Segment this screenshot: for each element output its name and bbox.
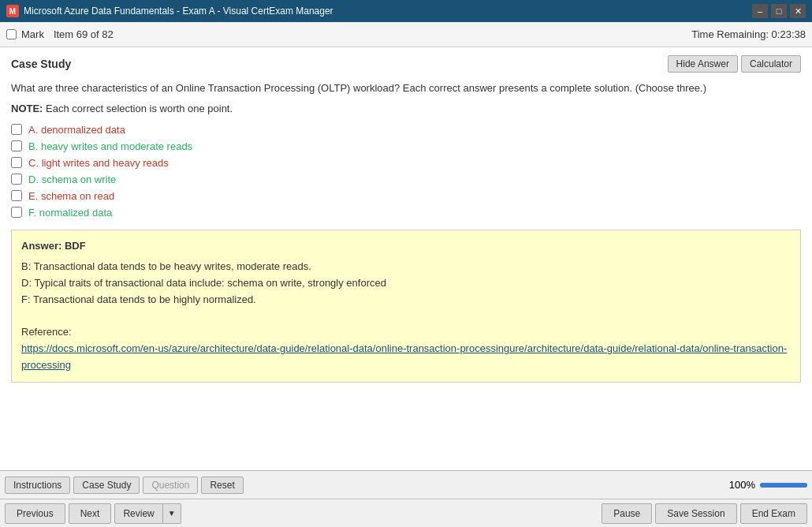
review-button[interactable]: Review bbox=[114, 503, 162, 524]
option-c-letter: C. bbox=[28, 157, 42, 169]
review-dropdown-button[interactable]: ▼ bbox=[163, 503, 181, 524]
reference-url: https://docs.microsoft.com/en-us/azure/a… bbox=[21, 342, 787, 371]
option-d-checkbox[interactable] bbox=[11, 174, 22, 185]
mark-label[interactable]: Mark bbox=[21, 28, 44, 40]
titlebar: M Microsoft Azure Data Fundamentals - Ex… bbox=[0, 0, 812, 22]
option-b-checkbox[interactable] bbox=[11, 140, 22, 151]
zoom-bar-track bbox=[760, 483, 807, 488]
option-a-text: denormalized data bbox=[41, 124, 125, 136]
option-f-label[interactable]: F. normalized data bbox=[28, 207, 112, 219]
option-d-label[interactable]: D. schema on write bbox=[28, 174, 116, 185]
bottom-tabs: Instructions Case Study Question Reset 1… bbox=[0, 470, 812, 499]
option-f-checkbox[interactable] bbox=[11, 207, 22, 218]
case-study-title: Case Study bbox=[11, 58, 71, 70]
calculator-button[interactable]: Calculator bbox=[741, 55, 801, 73]
option-d-text: schema on write bbox=[42, 174, 117, 185]
option-b-label[interactable]: B. heavy writes and moderate reads bbox=[28, 140, 192, 152]
option-a-letter: A. bbox=[28, 124, 41, 136]
toolbar: Mark Item 69 of 82 Time Remaining: 0:23:… bbox=[0, 22, 812, 47]
nav-right: Pause Save Session End Exam bbox=[602, 503, 807, 524]
window-title: Microsoft Azure Data Fundamentals - Exam… bbox=[24, 6, 747, 17]
chevron-down-icon: ▼ bbox=[168, 509, 176, 518]
list-item: D. schema on write bbox=[11, 174, 801, 185]
item-counter: Item 69 of 82 bbox=[54, 28, 114, 40]
question-text: What are three characteristics of an Onl… bbox=[11, 80, 801, 96]
answer-explanation-f: F: Transactional data tends to be highly… bbox=[21, 292, 791, 308]
list-item: E. schema on read bbox=[11, 190, 801, 202]
answer-box: Answer: BDF B: Transactional data tends … bbox=[11, 230, 801, 383]
previous-button[interactable]: Previous bbox=[5, 503, 65, 524]
reset-button[interactable]: Reset bbox=[201, 477, 243, 494]
option-e-text: schema on read bbox=[41, 190, 114, 202]
option-e-label[interactable]: E. schema on read bbox=[28, 190, 114, 202]
question-note: NOTE: Each correct selection is worth on… bbox=[11, 103, 801, 114]
list-item: B. heavy writes and moderate reads bbox=[11, 140, 801, 152]
case-study-bar: Case Study Hide Answer Calculator bbox=[11, 55, 801, 73]
option-b-letter: B. bbox=[28, 140, 41, 152]
note-body: Each correct selection is worth one poin… bbox=[46, 103, 233, 114]
case-study-tab[interactable]: Case Study bbox=[73, 477, 140, 494]
option-b-text: heavy writes and moderate reads bbox=[41, 140, 192, 152]
option-e-letter: E. bbox=[28, 190, 41, 202]
hide-answer-button[interactable]: Hide Answer bbox=[668, 55, 738, 73]
answer-explanation-b: B: Transactional data tends to be heavy … bbox=[21, 259, 791, 275]
close-button[interactable]: ✕ bbox=[790, 4, 806, 18]
note-prefix: NOTE: bbox=[11, 103, 43, 114]
mark-area: Mark bbox=[6, 28, 44, 40]
minimize-button[interactable]: – bbox=[752, 4, 768, 18]
zoom-area: 100% bbox=[729, 479, 807, 491]
mark-checkbox[interactable] bbox=[6, 29, 17, 39]
list-item: F. normalized data bbox=[11, 207, 801, 219]
reference-label: Reference: bbox=[21, 324, 791, 341]
nav-bar: Previous Next Review ▼ Pause Save Sessio… bbox=[0, 499, 812, 527]
options-list: A. denormalized data B. heavy writes and… bbox=[11, 124, 801, 219]
maximize-button[interactable]: □ bbox=[771, 4, 787, 18]
option-a-label[interactable]: A. denormalized data bbox=[28, 124, 125, 136]
review-group: Review ▼ bbox=[114, 503, 181, 524]
instructions-tab[interactable]: Instructions bbox=[5, 477, 70, 494]
app-icon: M bbox=[6, 5, 19, 17]
question-tab[interactable]: Question bbox=[143, 477, 198, 494]
window-controls[interactable]: – □ ✕ bbox=[752, 4, 806, 18]
main-content: Case Study Hide Answer Calculator What a… bbox=[0, 47, 812, 470]
time-remaining: Time Remaining: 0:23:38 bbox=[691, 28, 806, 40]
option-c-label[interactable]: C. light writes and heavy reads bbox=[28, 157, 169, 169]
option-a-checkbox[interactable] bbox=[11, 124, 22, 135]
zoom-label: 100% bbox=[729, 479, 755, 491]
answer-header: Answer: BDF bbox=[21, 238, 791, 255]
option-f-text: normalized data bbox=[39, 207, 113, 219]
zoom-bar-fill bbox=[760, 483, 807, 488]
list-item: A. denormalized data bbox=[11, 124, 801, 136]
option-c-text: light writes and heavy reads bbox=[42, 157, 169, 169]
option-d-letter: D. bbox=[28, 174, 42, 185]
end-exam-button[interactable]: End Exam bbox=[740, 503, 807, 524]
list-item: C. light writes and heavy reads bbox=[11, 157, 801, 169]
option-c-checkbox[interactable] bbox=[11, 157, 22, 168]
next-button[interactable]: Next bbox=[69, 503, 112, 524]
answer-explanation-d: D: Typical traits of transactional data … bbox=[21, 275, 791, 292]
option-e-checkbox[interactable] bbox=[11, 190, 22, 201]
case-study-buttons: Hide Answer Calculator bbox=[668, 55, 801, 73]
option-f-letter: F. bbox=[28, 207, 39, 219]
pause-button[interactable]: Pause bbox=[602, 503, 652, 524]
save-session-button[interactable]: Save Session bbox=[655, 503, 736, 524]
